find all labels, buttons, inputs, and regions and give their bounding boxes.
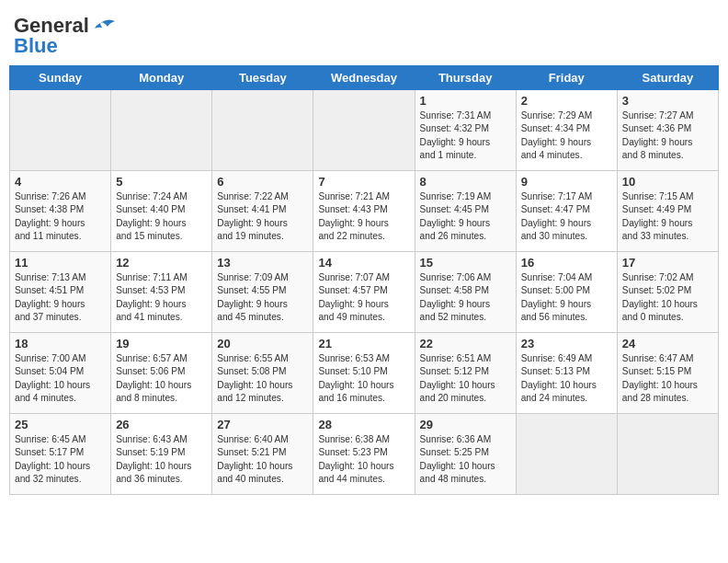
- header-friday: Friday: [516, 66, 617, 90]
- day-info: Sunrise: 6:55 AM Sunset: 5:08 PM Dayligh…: [217, 352, 308, 405]
- header-wednesday: Wednesday: [313, 66, 415, 90]
- day-number: 22: [420, 337, 511, 350]
- calendar-cell: 25Sunrise: 6:45 AM Sunset: 5:17 PM Dayli…: [10, 414, 111, 495]
- calendar-cell: 13Sunrise: 7:09 AM Sunset: 4:55 PM Dayli…: [212, 252, 313, 333]
- calendar-cell: 9Sunrise: 7:17 AM Sunset: 4:47 PM Daylig…: [516, 171, 617, 252]
- calendar-cell: 8Sunrise: 7:19 AM Sunset: 4:45 PM Daylig…: [415, 171, 516, 252]
- day-number: 18: [15, 337, 106, 350]
- day-number: 8: [420, 175, 511, 189]
- calendar-week-1: 1Sunrise: 7:31 AM Sunset: 4:32 PM Daylig…: [10, 90, 719, 171]
- logo: General Blue: [14, 14, 117, 58]
- calendar-cell: 10Sunrise: 7:15 AM Sunset: 4:49 PM Dayli…: [617, 171, 718, 252]
- day-number: 10: [622, 175, 713, 189]
- calendar-cell: [212, 90, 313, 171]
- day-info: Sunrise: 6:38 AM Sunset: 5:23 PM Dayligh…: [318, 433, 409, 486]
- day-number: 26: [116, 418, 207, 431]
- day-info: Sunrise: 7:00 AM Sunset: 5:04 PM Dayligh…: [15, 352, 106, 405]
- day-number: 9: [521, 175, 612, 189]
- day-info: Sunrise: 7:21 AM Sunset: 4:43 PM Dayligh…: [318, 190, 409, 243]
- day-number: 16: [521, 256, 612, 270]
- day-number: 27: [217, 418, 308, 431]
- calendar-cell: [313, 90, 415, 171]
- calendar-week-4: 18Sunrise: 7:00 AM Sunset: 5:04 PM Dayli…: [10, 333, 719, 414]
- day-info: Sunrise: 6:57 AM Sunset: 5:06 PM Dayligh…: [116, 352, 207, 405]
- day-number: 24: [622, 337, 713, 350]
- day-info: Sunrise: 7:19 AM Sunset: 4:45 PM Dayligh…: [420, 190, 511, 243]
- calendar-cell: 17Sunrise: 7:02 AM Sunset: 5:02 PM Dayli…: [617, 252, 718, 333]
- day-info: Sunrise: 7:17 AM Sunset: 4:47 PM Dayligh…: [521, 190, 612, 243]
- page-header: General Blue: [9, 9, 719, 58]
- day-number: 15: [420, 256, 511, 270]
- day-info: Sunrise: 7:09 AM Sunset: 4:55 PM Dayligh…: [217, 271, 308, 324]
- calendar-week-5: 25Sunrise: 6:45 AM Sunset: 5:17 PM Dayli…: [10, 414, 719, 495]
- calendar-cell: 28Sunrise: 6:38 AM Sunset: 5:23 PM Dayli…: [313, 414, 415, 495]
- day-info: Sunrise: 7:26 AM Sunset: 4:38 PM Dayligh…: [15, 190, 106, 243]
- day-info: Sunrise: 6:51 AM Sunset: 5:12 PM Dayligh…: [420, 352, 511, 405]
- calendar-cell: 26Sunrise: 6:43 AM Sunset: 5:19 PM Dayli…: [111, 414, 212, 495]
- day-info: Sunrise: 7:31 AM Sunset: 4:32 PM Dayligh…: [420, 109, 511, 162]
- day-info: Sunrise: 7:15 AM Sunset: 4:49 PM Dayligh…: [622, 190, 713, 243]
- day-number: 28: [318, 418, 409, 431]
- day-info: Sunrise: 7:13 AM Sunset: 4:51 PM Dayligh…: [15, 271, 106, 324]
- day-number: 29: [420, 418, 511, 431]
- calendar-cell: 7Sunrise: 7:21 AM Sunset: 4:43 PM Daylig…: [313, 171, 415, 252]
- day-info: Sunrise: 6:40 AM Sunset: 5:21 PM Dayligh…: [217, 433, 308, 486]
- calendar-cell: 24Sunrise: 6:47 AM Sunset: 5:15 PM Dayli…: [617, 333, 718, 414]
- calendar-cell: 21Sunrise: 6:53 AM Sunset: 5:10 PM Dayli…: [313, 333, 415, 414]
- calendar-cell: [111, 90, 212, 171]
- calendar-cell: [516, 414, 617, 495]
- calendar-week-2: 4Sunrise: 7:26 AM Sunset: 4:38 PM Daylig…: [10, 171, 719, 252]
- day-info: Sunrise: 6:49 AM Sunset: 5:13 PM Dayligh…: [521, 352, 612, 405]
- header-sunday: Sunday: [10, 66, 111, 90]
- calendar-week-3: 11Sunrise: 7:13 AM Sunset: 4:51 PM Dayli…: [10, 252, 719, 333]
- day-number: 6: [217, 175, 308, 189]
- calendar-table: SundayMondayTuesdayWednesdayThursdayFrid…: [9, 65, 719, 495]
- calendar-header-row: SundayMondayTuesdayWednesdayThursdayFrid…: [10, 66, 719, 90]
- header-saturday: Saturday: [617, 66, 718, 90]
- header-tuesday: Tuesday: [212, 66, 313, 90]
- calendar-cell: 22Sunrise: 6:51 AM Sunset: 5:12 PM Dayli…: [415, 333, 516, 414]
- day-info: Sunrise: 6:43 AM Sunset: 5:19 PM Dayligh…: [116, 433, 207, 486]
- day-number: 3: [622, 94, 713, 108]
- day-info: Sunrise: 7:04 AM Sunset: 5:00 PM Dayligh…: [521, 271, 612, 324]
- day-number: 5: [116, 175, 207, 189]
- calendar-cell: 2Sunrise: 7:29 AM Sunset: 4:34 PM Daylig…: [516, 90, 617, 171]
- day-info: Sunrise: 6:36 AM Sunset: 5:25 PM Dayligh…: [420, 433, 511, 486]
- day-info: Sunrise: 7:24 AM Sunset: 4:40 PM Dayligh…: [116, 190, 207, 243]
- day-number: 23: [521, 337, 612, 350]
- day-number: 20: [217, 337, 308, 350]
- day-info: Sunrise: 7:27 AM Sunset: 4:36 PM Dayligh…: [622, 109, 713, 162]
- header-thursday: Thursday: [415, 66, 516, 90]
- logo-bird-icon: [91, 16, 117, 36]
- calendar-cell: 18Sunrise: 7:00 AM Sunset: 5:04 PM Dayli…: [10, 333, 111, 414]
- day-number: 1: [420, 94, 511, 108]
- day-info: Sunrise: 7:22 AM Sunset: 4:41 PM Dayligh…: [217, 190, 308, 243]
- calendar-cell: 16Sunrise: 7:04 AM Sunset: 5:00 PM Dayli…: [516, 252, 617, 333]
- day-info: Sunrise: 7:02 AM Sunset: 5:02 PM Dayligh…: [622, 271, 713, 324]
- calendar-cell: 15Sunrise: 7:06 AM Sunset: 4:58 PM Dayli…: [415, 252, 516, 333]
- day-number: 2: [521, 94, 612, 108]
- day-number: 11: [15, 256, 106, 270]
- calendar-cell: [10, 90, 111, 171]
- calendar-cell: 3Sunrise: 7:27 AM Sunset: 4:36 PM Daylig…: [617, 90, 718, 171]
- calendar-cell: 29Sunrise: 6:36 AM Sunset: 5:25 PM Dayli…: [415, 414, 516, 495]
- day-info: Sunrise: 6:53 AM Sunset: 5:10 PM Dayligh…: [318, 352, 409, 405]
- calendar-cell: [617, 414, 718, 495]
- day-info: Sunrise: 6:45 AM Sunset: 5:17 PM Dayligh…: [15, 433, 106, 486]
- day-number: 17: [622, 256, 713, 270]
- calendar-cell: 14Sunrise: 7:07 AM Sunset: 4:57 PM Dayli…: [313, 252, 415, 333]
- calendar-cell: 19Sunrise: 6:57 AM Sunset: 5:06 PM Dayli…: [111, 333, 212, 414]
- day-info: Sunrise: 6:47 AM Sunset: 5:15 PM Dayligh…: [622, 352, 713, 405]
- day-info: Sunrise: 7:11 AM Sunset: 4:53 PM Dayligh…: [116, 271, 207, 324]
- day-number: 13: [217, 256, 308, 270]
- calendar-cell: 11Sunrise: 7:13 AM Sunset: 4:51 PM Dayli…: [10, 252, 111, 333]
- day-number: 12: [116, 256, 207, 270]
- day-number: 19: [116, 337, 207, 350]
- calendar-cell: 12Sunrise: 7:11 AM Sunset: 4:53 PM Dayli…: [111, 252, 212, 333]
- day-number: 4: [15, 175, 106, 189]
- calendar-cell: 6Sunrise: 7:22 AM Sunset: 4:41 PM Daylig…: [212, 171, 313, 252]
- calendar-cell: 23Sunrise: 6:49 AM Sunset: 5:13 PM Dayli…: [516, 333, 617, 414]
- day-number: 14: [318, 256, 409, 270]
- calendar-cell: 1Sunrise: 7:31 AM Sunset: 4:32 PM Daylig…: [415, 90, 516, 171]
- calendar-cell: 27Sunrise: 6:40 AM Sunset: 5:21 PM Dayli…: [212, 414, 313, 495]
